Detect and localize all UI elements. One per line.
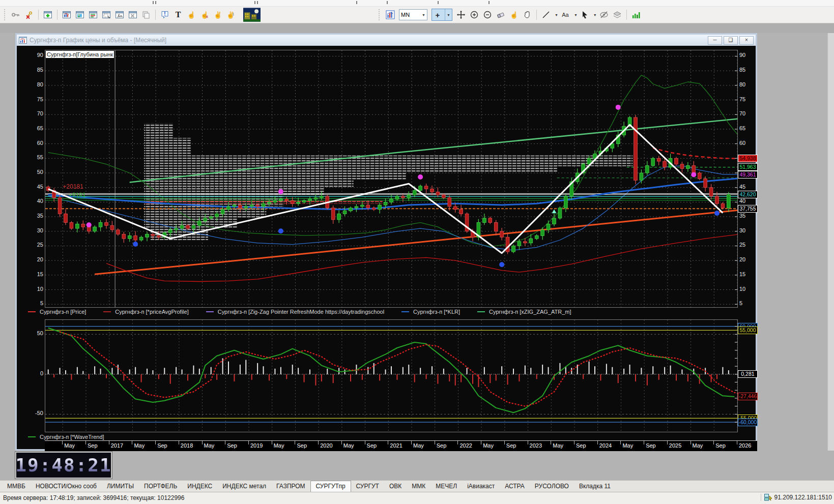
hand-point-icon[interactable]: ☝: [185, 9, 197, 21]
time-label[interactable]: Sep: [437, 442, 447, 449]
workspace-tab-ММВБ[interactable]: ММВБ: [2, 481, 31, 492]
timeframe-select[interactable]: MN▼: [399, 9, 427, 20]
plus-icon[interactable]: +: [432, 11, 443, 19]
time-label[interactable]: May: [134, 442, 145, 449]
layers-icon[interactable]: [611, 9, 623, 21]
maximize-button[interactable]: ❑: [724, 36, 738, 45]
cursor-tool-icon[interactable]: [579, 9, 591, 21]
timeframe-dropdown-icon[interactable]: ▼: [422, 13, 425, 17]
time-label[interactable]: 2025: [669, 442, 681, 449]
copy-window-icon[interactable]: [140, 9, 152, 21]
quote-window-icon[interactable]: [74, 9, 86, 21]
wavetrend-panel[interactable]: [45, 319, 738, 432]
workspace-tab-ИНДЕКС метал[interactable]: ИНДЕКС метал: [217, 481, 271, 492]
hand-two-icon[interactable]: ✌: [212, 9, 224, 21]
crosshair-add-button[interactable]: +▼: [432, 9, 452, 21]
new-window-icon[interactable]: [42, 9, 54, 21]
close-button[interactable]: ×: [739, 36, 754, 45]
time-label[interactable]: May: [622, 442, 633, 449]
time-label[interactable]: Sep: [157, 442, 167, 449]
market-depth-label[interactable]: Сургнфгз-п[Глубина рынк: [46, 51, 114, 58]
chart-client-area[interactable]: +20181+9181 Сургнфгз-п[Глубина рынк 5101…: [17, 46, 756, 449]
chart-type-icon[interactable]: [384, 9, 396, 21]
desktop-picture-icon[interactable]: [243, 8, 261, 22]
time-label[interactable]: Sep: [506, 442, 516, 449]
minimize-button[interactable]: ─: [708, 36, 722, 45]
time-label[interactable]: May: [413, 442, 424, 449]
workspace-tab-ГАЗПРОМ[interactable]: ГАЗПРОМ: [271, 481, 310, 492]
workspace-tab-СУРГУТпр[interactable]: СУРГУТпр: [310, 481, 351, 492]
eraser-icon[interactable]: [495, 9, 507, 21]
workspace-tab-НОВОСТИ/Окно сооб[interactable]: НОВОСТИ/Окно сооб: [31, 481, 102, 492]
time-label[interactable]: May: [553, 442, 563, 449]
workspace-tab-РУСОЛОВО[interactable]: РУСОЛОВО: [530, 481, 574, 492]
pan-hand-icon[interactable]: [521, 9, 533, 21]
workspace-tab-ММК[interactable]: ММК: [407, 481, 430, 492]
main-ytick-left: 65: [30, 125, 43, 131]
hand-three-icon[interactable]: ✌: [225, 9, 237, 21]
cursor-tool-dropdown-icon[interactable]: ▼: [593, 13, 597, 17]
clock-window[interactable]: 19:48:21: [15, 452, 112, 479]
time-label[interactable]: Sep: [576, 442, 586, 449]
zoom-out-icon[interactable]: [481, 9, 494, 21]
settings-window-icon[interactable]: [113, 9, 126, 21]
time-label[interactable]: Sep: [367, 442, 377, 449]
close-window-icon[interactable]: [127, 9, 139, 21]
time-label[interactable]: May: [274, 442, 284, 449]
chart-window-titlebar[interactable]: Сургнфгз-п График цены и объёма - [Месяч…: [17, 35, 756, 46]
time-label[interactable]: May: [343, 442, 354, 449]
time-label[interactable]: Sep: [88, 442, 98, 449]
toolbar-grip[interactable]: [4, 9, 8, 20]
time-label[interactable]: Sep: [297, 442, 307, 449]
connect-key-icon[interactable]: [10, 9, 22, 21]
chart-window-icon[interactable]: [61, 9, 73, 21]
chart-window[interactable]: Сургнфгз-п График цены и объёма - [Месяч…: [15, 33, 757, 451]
time-label[interactable]: 2018: [181, 442, 193, 449]
time-label[interactable]: 2020: [320, 442, 332, 449]
workspace-tab-ИНДЕКС[interactable]: ИНДЕКС: [182, 481, 217, 492]
move-icon[interactable]: [455, 9, 467, 21]
time-label[interactable]: Sep: [715, 442, 726, 449]
time-label[interactable]: May: [693, 442, 703, 449]
workspace-tab-Вкладка 11[interactable]: Вкладка 11: [574, 481, 616, 492]
time-label[interactable]: May: [483, 442, 494, 449]
line-tool-icon[interactable]: [540, 9, 552, 21]
text-tool-dropdown-icon[interactable]: ▼: [574, 13, 578, 17]
time-axis[interactable]: MaySep2017MaySep2018MaySep2019MaySep2020…: [45, 440, 757, 451]
main-price-panel[interactable]: +20181+9181: [45, 50, 738, 308]
scrollbar[interactable]: [827, 33, 834, 451]
orders-window-icon[interactable]: [87, 9, 99, 21]
main-ytick-left: 90: [30, 52, 43, 58]
volume-bars-icon[interactable]: [630, 9, 642, 21]
workspace-tab-АСТРА[interactable]: АСТРА: [500, 481, 530, 492]
time-label[interactable]: 2017: [111, 442, 123, 449]
workspace-tab-МЕЧЕЛ[interactable]: МЕЧЕЛ: [430, 481, 462, 492]
hand-cancel-icon[interactable]: ☝: [198, 9, 211, 21]
hide-drawings-icon[interactable]: [598, 9, 610, 21]
text-tool-icon[interactable]: Aa: [559, 9, 571, 21]
workspace-tab-СУРГУТ[interactable]: СУРГУТ: [351, 481, 384, 492]
time-label[interactable]: 2026: [739, 442, 751, 449]
workspace-tab-ЛИМИТЫ[interactable]: ЛИМИТЫ: [102, 481, 139, 492]
time-label[interactable]: 2022: [459, 442, 472, 449]
line-tool-dropdown-icon[interactable]: ▼: [555, 13, 558, 17]
crosshair-dropdown-icon[interactable]: ▼: [445, 9, 452, 20]
pointer-hand-icon[interactable]: ☝: [508, 9, 520, 21]
time-label[interactable]: Sep: [227, 442, 237, 449]
disconnect-key-icon[interactable]: [23, 9, 35, 21]
time-label[interactable]: May: [204, 442, 215, 449]
time-label[interactable]: 2019: [250, 442, 263, 449]
time-label[interactable]: May: [64, 442, 75, 449]
zoom-in-icon[interactable]: [468, 9, 480, 21]
time-label[interactable]: 2024: [599, 442, 612, 449]
toolbar-grip2[interactable]: [379, 9, 382, 20]
workspace-tab-ОВК[interactable]: ОВК: [384, 481, 407, 492]
time-label[interactable]: 2021: [390, 442, 402, 449]
hint-icon[interactable]: !: [159, 9, 171, 21]
workspace-tab-ПОРТФЕЛЬ[interactable]: ПОРТФЕЛЬ: [139, 481, 182, 492]
text-labels-icon[interactable]: T: [172, 9, 184, 21]
workspace-tab-iАвиакаст[interactable]: iАвиакаст: [462, 481, 500, 492]
time-label[interactable]: 2023: [530, 442, 542, 449]
select-window-icon[interactable]: [100, 9, 112, 21]
time-label[interactable]: Sep: [646, 442, 656, 449]
